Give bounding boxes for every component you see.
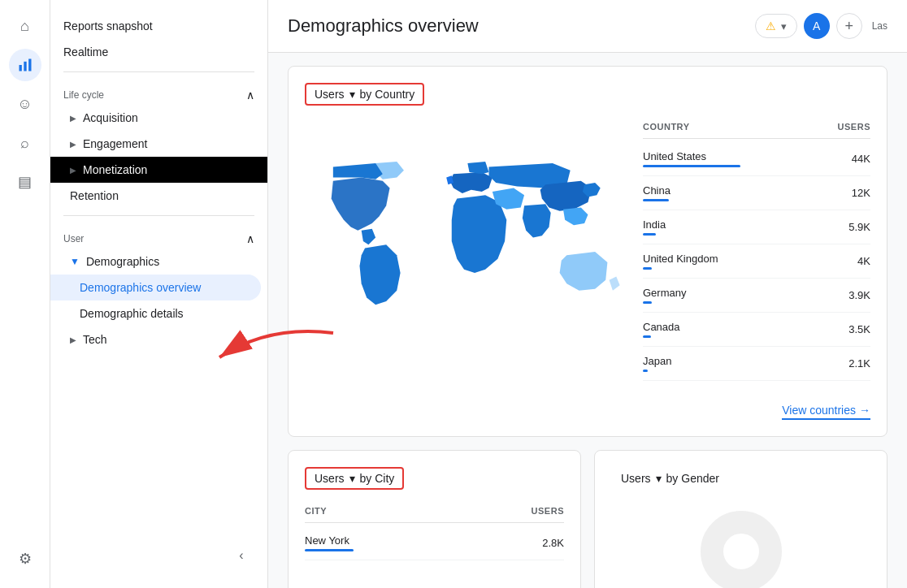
demographics-overview-label: Demographics overview <box>80 281 201 294</box>
city-dropdown-arrow: ▾ <box>349 472 355 485</box>
country-card-header: Users ▾ by Country <box>305 83 870 106</box>
country-table-header: COUNTRY USERS <box>643 119 870 139</box>
country-users-cell: 44K <box>852 153 870 165</box>
country-name-cell: China <box>643 184 670 197</box>
city-row-newyork: New York 2.8K <box>305 526 564 560</box>
gender-title-button[interactable]: Users ▾ by Gender <box>611 467 729 490</box>
user-chevron: ∧ <box>246 232 254 245</box>
country-table-row: Germany 3.9K <box>643 279 870 313</box>
country-table-row: India 5.9K <box>643 210 870 244</box>
header-actions: ⚠ ▾ A + <box>755 13 862 39</box>
sidebar-retention[interactable]: Retention <box>50 183 261 209</box>
country-row-left: United Kingdom <box>643 253 718 270</box>
sidebar-divider-1 <box>63 71 254 72</box>
monetization-arrow: ▶ <box>70 166 76 175</box>
country-title-button[interactable]: Users ▾ by Country <box>305 83 424 106</box>
search-nav-icon[interactable]: ⌕ <box>9 127 41 159</box>
sidebar-tech[interactable]: ▶ Tech <box>50 326 261 352</box>
analytics-nav-icon[interactable] <box>9 49 41 81</box>
city-count: 2.8K <box>542 537 564 549</box>
page-title: Demographics overview <box>288 15 745 37</box>
table-nav-icon[interactable]: ▤ <box>9 166 41 198</box>
country-col-header: COUNTRY <box>643 122 689 132</box>
sidebar-demographics[interactable]: ▼ Demographics <box>50 249 261 275</box>
sidebar: Reports snapshot Realtime Life cycle ∧ ▶… <box>50 0 268 588</box>
alert-button[interactable]: ⚠ ▾ <box>755 14 797 38</box>
country-name-cell: Canada <box>643 321 680 333</box>
city-name: New York <box>305 534 354 547</box>
add-button[interactable]: + <box>836 13 862 39</box>
country-table-row: United States 44K <box>643 142 870 176</box>
country-table-row: China 12K <box>643 176 870 210</box>
city-card-header: Users ▾ by City <box>305 467 564 490</box>
collapse-button[interactable]: ‹ <box>228 543 254 569</box>
sidebar-divider-2 <box>63 215 254 216</box>
engagement-arrow: ▶ <box>70 140 76 149</box>
city-bar <box>305 549 354 551</box>
gender-dropdown-arrow: ▾ <box>656 472 662 485</box>
city-title-button[interactable]: Users ▾ by City <box>305 467 404 490</box>
sidebar-realtime[interactable]: Realtime <box>50 39 267 65</box>
sidebar-demographic-details[interactable]: Demographic details <box>50 300 261 326</box>
engagement-label: Engagement <box>83 137 147 150</box>
svg-rect-1 <box>24 62 26 71</box>
city-row-left: New York <box>305 534 354 551</box>
city-by-label: by City <box>360 472 395 485</box>
main-content: Demographics overview ⚠ ▾ A + Las Users … <box>268 0 907 588</box>
gender-donut <box>701 511 782 588</box>
tech-label: Tech <box>83 333 107 346</box>
country-progress-bar <box>643 301 652 304</box>
country-table-row: United Kingdom 4K <box>643 244 870 279</box>
country-row-left: United States <box>643 150 740 167</box>
alert-icon: ⚠ <box>766 19 776 32</box>
country-progress-bar <box>643 233 656 236</box>
tech-arrow: ▶ <box>70 335 76 344</box>
settings-nav-icon[interactable]: ⚙ <box>9 543 41 575</box>
acquisition-arrow: ▶ <box>70 114 76 123</box>
svg-rect-0 <box>19 65 21 71</box>
country-name-cell: Japan <box>643 355 671 367</box>
city-card: Users ▾ by City CITY USERS New York <box>288 450 581 588</box>
view-countries-arrow: → <box>859 404 870 417</box>
country-name-cell: United Kingdom <box>643 253 718 265</box>
country-row-left: India <box>643 218 666 236</box>
demographic-details-label: Demographic details <box>80 307 184 320</box>
view-countries-link[interactable]: View countries → <box>782 404 870 420</box>
sidebar-acquisition[interactable]: ▶ Acquisition <box>50 105 261 131</box>
sidebar-demographics-overview[interactable]: Demographics overview <box>50 275 261 300</box>
country-table-row: Canada 3.5K <box>643 313 870 347</box>
city-col-header: CITY <box>305 506 327 516</box>
user-label: User <box>63 233 84 244</box>
country-progress-bar <box>643 165 740 167</box>
map-container: COUNTRY USERS United States 44K China 12… <box>305 119 870 420</box>
demographics-label: Demographics <box>86 255 159 268</box>
avatar-button[interactable]: A <box>804 13 830 39</box>
last-update-text: Las <box>872 20 887 32</box>
bottom-cards-row: Users ▾ by City CITY USERS New York <box>288 450 887 588</box>
icon-navigation: ⌂ ☺ ⌕ ▤ ⚙ <box>0 0 50 588</box>
country-by-label: by Country <box>360 88 415 101</box>
country-table: COUNTRY USERS United States 44K China 12… <box>643 119 870 420</box>
lifecycle-section-header[interactable]: Life cycle ∧ <box>50 79 267 105</box>
audience-nav-icon[interactable]: ☺ <box>9 88 41 120</box>
city-users-col-header: USERS <box>532 506 564 516</box>
country-progress-bar <box>643 199 669 201</box>
country-row-left: Japan <box>643 355 671 372</box>
demographics-arrow: ▼ <box>70 256 80 267</box>
country-users-cell: 2.1K <box>848 357 870 370</box>
country-users-cell: 3.9K <box>848 289 870 301</box>
main-header: Demographics overview ⚠ ▾ A + Las <box>268 0 907 53</box>
sidebar-engagement[interactable]: ▶ Engagement <box>50 131 261 157</box>
user-section-header[interactable]: User ∧ <box>50 223 267 249</box>
home-nav-icon[interactable]: ⌂ <box>9 10 41 42</box>
gender-by-label: by Gender <box>666 472 719 485</box>
country-name-cell: United States <box>643 150 740 162</box>
content-area: Users ▾ by Country <box>268 53 907 588</box>
sidebar-reports-snapshot[interactable]: Reports snapshot <box>50 13 267 39</box>
sidebar-collapse-area: ‹ <box>50 536 267 575</box>
acquisition-label: Acquisition <box>83 111 138 124</box>
sidebar-monetization[interactable]: ▶ Monetization <box>50 157 267 183</box>
lifecycle-label: Life cycle <box>63 89 104 101</box>
city-users-label: Users <box>315 472 345 485</box>
country-users-cell: 12K <box>852 187 870 199</box>
